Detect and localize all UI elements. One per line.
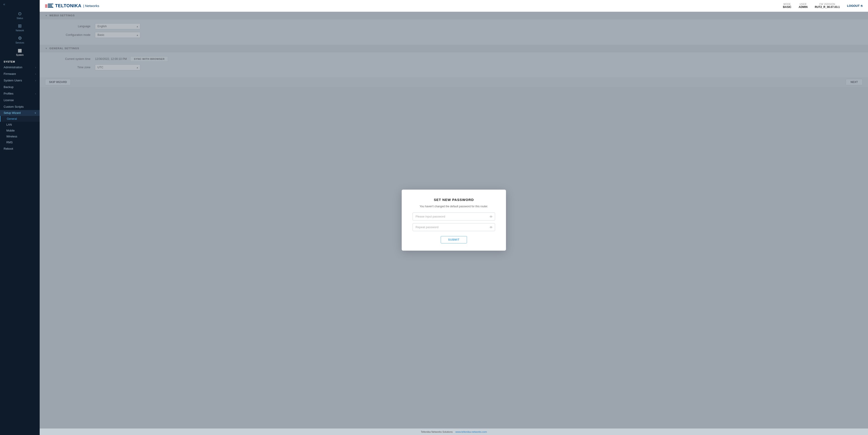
topbar-right: MODE BASIC USER ADMIN FW VERSION RUT2_R_… [783,3,863,9]
system-users-chevron: › [35,79,36,82]
setup-wizard-chevron: ▾ [35,112,36,115]
firmware-label: Firmware [4,72,16,76]
system-icon: ▦ [18,48,22,53]
topbar: TELTONIKA | Networks MODE BASIC USER ADM… [40,0,868,12]
user-info: USER ADMIN [799,3,807,9]
brand-name: TELTONIKA [55,3,82,8]
svg-rect-3 [48,4,53,4]
collapse-icon: « [3,2,5,6]
services-label: Services [16,41,24,44]
sidebar-item-system-users[interactable]: System Users › [0,77,40,84]
sidebar-sub-item-lan[interactable]: LAN [0,122,40,128]
reboot-label: Reboot [4,147,13,150]
set-password-modal: SET NEW PASSWORD You haven't changed the… [402,190,506,251]
mobile-sub-label: Mobile [6,129,15,132]
modal-description: You haven't changed the default password… [420,205,488,208]
modal-overlay: SET NEW PASSWORD You haven't changed the… [40,12,868,428]
network-icon: ⊞ [18,23,22,29]
password-input-wrap: 👁 [412,212,495,221]
svg-rect-1 [45,6,48,6]
nav-icon-group: ⊙ Status ⊞ Network ⚙ Services ▦ System [0,9,40,58]
sidebar-item-network[interactable]: ⊞ Network [0,21,40,33]
svg-rect-5 [48,6,52,7]
footer: Teltonika Networks Solutions www.teltoni… [40,428,868,435]
mode-label: MODE [783,3,791,5]
sidebar-sub-item-rms[interactable]: RMS [0,140,40,145]
password-eye-icon[interactable]: 👁 [489,214,493,219]
password-input[interactable] [412,212,495,221]
sidebar-item-reboot[interactable]: Reboot [0,145,40,152]
mode-value: BASIC [783,5,792,9]
sidebar-section-label: SYSTEM [0,58,40,64]
sidebar-sub-item-wireless[interactable]: Wireless [0,134,40,140]
lan-sub-label: LAN [6,123,12,126]
sidebar-item-administration[interactable]: Administration › [0,64,40,70]
sidebar-item-license[interactable]: License [0,97,40,104]
general-sub-label: General [7,117,17,120]
footer-company: Teltonika Networks Solutions [421,431,453,433]
administration-label: Administration [4,65,22,69]
sidebar-item-firmware[interactable]: Firmware › [0,70,40,77]
custom-scripts-label: Custom Scripts [4,105,24,108]
rms-sub-label: RMS [6,141,13,144]
sidebar-item-setup-wizard[interactable]: Setup Wizard ▾ [0,110,40,116]
wireless-sub-label: Wireless [6,135,17,138]
license-label: License [4,98,14,102]
administration-chevron: › [35,66,36,69]
user-value: ADMIN [799,5,807,9]
backup-label: Backup [4,85,13,89]
main-area: TELTONIKA | Networks MODE BASIC USER ADM… [40,0,868,435]
profiles-label: Profiles [4,92,13,95]
system-label: System [16,54,24,56]
status-label: Status [17,17,23,20]
svg-rect-6 [48,7,53,8]
logo: TELTONIKA | Networks [45,3,99,8]
profiles-chevron: › [35,92,36,95]
fw-label: FW VERSION [819,3,835,5]
services-icon: ⚙ [18,35,22,41]
user-label: USER [800,3,807,5]
setup-wizard-label: Setup Wizard [4,111,21,115]
sidebar-item-backup[interactable]: Backup [0,84,40,90]
logout-button[interactable]: LOGOUT ⎋ [847,4,863,7]
logo-icon [45,4,53,8]
sidebar-sub-item-mobile[interactable]: Mobile [0,128,40,134]
system-users-label: System Users [4,79,22,82]
sidebar-item-status[interactable]: ⊙ Status [0,9,40,21]
status-icon: ⊙ [18,11,22,16]
mode-info: MODE BASIC [783,3,792,9]
logout-icon: ⎋ [861,4,863,7]
repeat-password-eye-icon[interactable]: 👁 [489,225,493,229]
svg-rect-2 [45,7,48,7]
modal-title: SET NEW PASSWORD [434,198,474,202]
sidebar: « ⊙ Status ⊞ Network ⚙ Services ▦ System… [0,0,40,435]
sidebar-item-custom-scripts[interactable]: Custom Scripts [0,104,40,110]
modal-submit-button[interactable]: SUBMIT [441,236,467,243]
sidebar-item-services[interactable]: ⚙ Services [0,33,40,46]
network-label: Network [16,29,24,32]
sidebar-item-profiles[interactable]: Profiles › [0,90,40,97]
repeat-password-input[interactable] [412,223,495,231]
sidebar-item-system[interactable]: ▦ System [0,46,40,58]
footer-website-link[interactable]: www.teltonika-networks.com [456,431,487,433]
repeat-password-input-wrap: 👁 [412,223,495,231]
logout-label: LOGOUT [847,4,860,7]
fw-info: FW VERSION RUT2_R_00.07.03.1 [815,3,840,9]
content-area: ▼ WEBUI SETTINGS Language English ▲ [40,12,868,428]
fw-value: RUT2_R_00.07.03.1 [815,5,840,9]
sidebar-collapse-button[interactable]: « [0,0,40,9]
firmware-chevron: › [35,72,36,75]
svg-rect-4 [48,5,52,5]
svg-rect-0 [45,4,48,5]
brand-sub: | Networks [83,4,99,8]
sidebar-sub-item-general[interactable]: General [0,116,40,122]
